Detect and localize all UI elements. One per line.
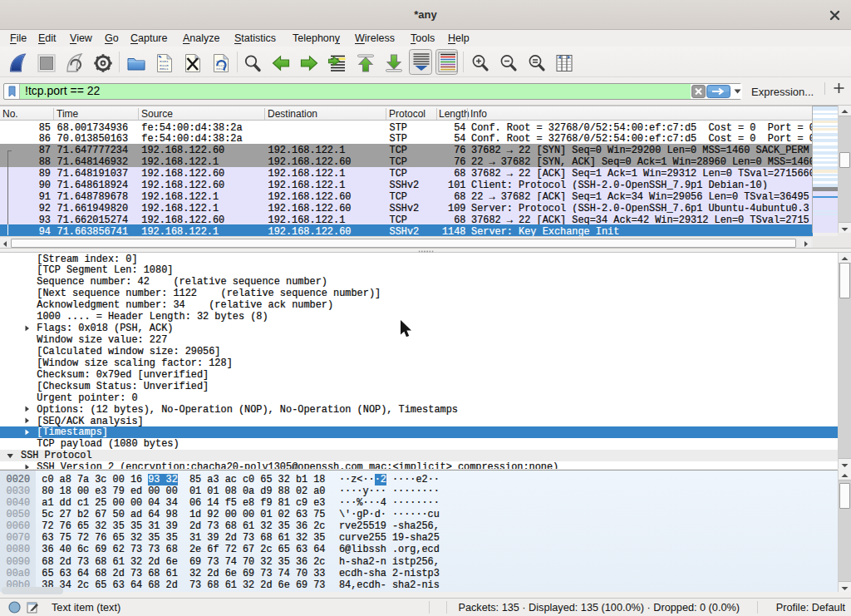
svg-text:0011: 0011 bbox=[160, 67, 169, 71]
